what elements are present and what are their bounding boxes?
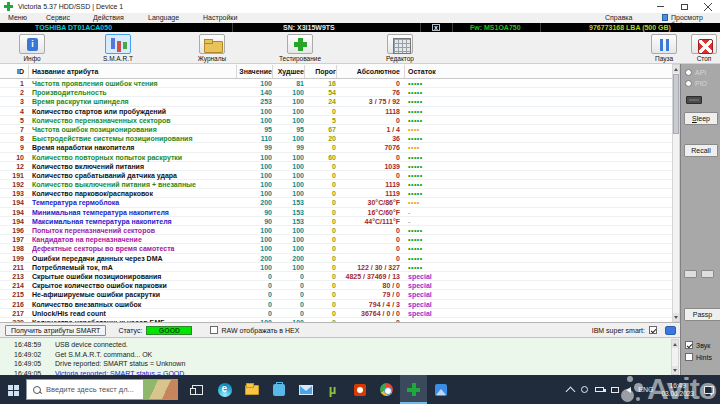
table-row[interactable]: 2 Производительность 140 100 54 76 ••••• (0, 88, 672, 97)
get-smart-button[interactable]: Получить атрибуты SMART (5, 325, 106, 336)
raw-hex-checkbox[interactable]: RAW отображать в HEX (210, 326, 299, 334)
taskbar-clock[interactable]: 16:49 03.06.2023 (661, 382, 694, 397)
taskbar-app-office[interactable] (346, 375, 373, 404)
language-indicator[interactable]: ENG (638, 386, 653, 393)
toolbar-button-smart[interactable]: S.M.A.R.T (90, 34, 146, 62)
scroll-up-icon[interactable] (672, 340, 678, 348)
taskbar-app-file-explorer[interactable] (238, 375, 265, 404)
toolbar-button-info[interactable]: Инфо (4, 34, 60, 62)
header-remainder[interactable]: Остаток (408, 67, 472, 76)
taskbar-app-utorrent[interactable] (319, 375, 346, 404)
scroll-down-icon[interactable] (672, 366, 678, 374)
scroll-down-icon[interactable] (673, 313, 679, 321)
table-row[interactable]: 191 Количество срабатываний датчика удар… (0, 171, 672, 180)
taskbar-app-store[interactable] (265, 375, 292, 404)
header-absolute[interactable]: Абсолютное (338, 67, 400, 76)
table-row[interactable]: 9 Время наработки накопителя 99 99 0 707… (0, 143, 672, 152)
table-row[interactable]: 198 Дефектные секторы во время самотеста… (0, 244, 672, 253)
minimize-button[interactable] (648, 0, 672, 13)
taskbar-search[interactable]: Введите здесь текст дл... (26, 379, 178, 400)
taskbar-app-victoria[interactable] (400, 375, 427, 404)
table-row[interactable]: 217 Unlock/His read count 0 0 0 36764 / … (0, 309, 672, 318)
table-row[interactable]: 8 Быстродействие системы позиционировани… (0, 134, 672, 143)
api-radio[interactable]: API (685, 69, 706, 76)
taskbar-app-photos[interactable] (427, 375, 454, 404)
menu-item-service[interactable]: Сервис (46, 14, 70, 21)
sound-checkbox[interactable]: Звук (685, 341, 710, 349)
cell-threshold: 0 (306, 180, 336, 189)
cell-name: Скрытое количество ошибок парковки (32, 281, 236, 290)
toolbar-button-journals[interactable]: Журналы (184, 34, 240, 62)
start-button[interactable] (0, 375, 26, 404)
sleep-button[interactable]: Sleep (684, 112, 718, 125)
table-row[interactable]: 194 Минимальная температура накопителя 9… (0, 208, 672, 217)
table-row[interactable]: 194 Температура гермоблока 200 153 0 30°… (0, 198, 672, 207)
maximize-button[interactable] (672, 0, 696, 13)
scrollbar-thumb[interactable] (673, 74, 679, 134)
cell-id: 191 (2, 171, 24, 180)
table-row[interactable]: 215 Не-афишируемые ошибки раскрутки 0 0 … (0, 290, 672, 299)
menu-item-menu[interactable]: Меню (8, 14, 27, 21)
log-scrollbar[interactable] (671, 339, 679, 375)
taskbar-app-mail[interactable] (292, 375, 319, 404)
table-row[interactable]: 216 Количество внезапных ошибок 0 0 0 79… (0, 300, 672, 309)
mini-button-1[interactable] (684, 270, 697, 278)
taskbar-app-task-view[interactable] (184, 375, 211, 404)
notification-center-icon[interactable] (704, 386, 714, 394)
pause-button[interactable]: Пауза (646, 34, 682, 62)
tray-chevron-icon[interactable] (566, 386, 576, 396)
table-row[interactable]: 192 Количество выключений питания + внез… (0, 180, 672, 189)
table-row[interactable]: 199 Ошибки передачи данных через DMA 200… (0, 254, 672, 263)
menu-item-settings[interactable]: Настройки (203, 14, 237, 21)
toolbar-button-editor[interactable]: Редактор (372, 34, 428, 62)
recall-button[interactable]: Recall (684, 144, 718, 157)
passport-button[interactable]: Passp (684, 308, 720, 321)
header-id[interactable]: ID (2, 67, 24, 76)
menu-item-actions[interactable]: Действия (93, 14, 124, 21)
cell-threshold: 54 (306, 88, 336, 97)
table-row[interactable]: 10 Количество повторных попыток раскрутк… (0, 153, 672, 162)
network-icon[interactable] (611, 387, 619, 393)
taskbar-app-edge[interactable] (211, 375, 238, 404)
table-row[interactable]: 197 Кандидатов на переназначение 100 100… (0, 235, 672, 244)
table-row[interactable]: 4 Количество стартов или пробуждений 100… (0, 107, 672, 116)
header-threshold[interactable]: Порог (306, 67, 336, 76)
table-row[interactable]: 3 Время раскрутки шпинделя 253 100 24 3 … (0, 97, 672, 106)
cell-absolute: 1039 (338, 162, 400, 171)
cell-absolute: 1118 (338, 107, 400, 116)
scroll-up-icon[interactable] (673, 65, 679, 73)
table-row[interactable]: 5 Количество переназначенных секторов 10… (0, 116, 672, 125)
ibm-smart-icon[interactable] (665, 326, 676, 335)
table-row[interactable]: 213 Скрытые ошибки позиционирования 0 0 … (0, 272, 672, 281)
header-value[interactable]: Значение (238, 67, 272, 76)
mini-button-2[interactable] (701, 270, 714, 278)
table-row[interactable]: 211 Потребляемый ток, mA 100 100 0 122 /… (0, 263, 672, 272)
cell-absolute: 44°C/111°F (338, 217, 400, 226)
table-row[interactable]: 193 Количество парковок/распарковок 100 … (0, 189, 672, 198)
menu-item-language[interactable]: Language (148, 14, 179, 21)
cell-threshold: 5 (306, 116, 336, 125)
stop-button[interactable]: Стоп (690, 34, 718, 62)
close-button[interactable] (696, 0, 720, 13)
cell-id: 196 (2, 226, 24, 235)
header-name[interactable]: Название атрибута (32, 67, 236, 76)
tray-app-icon[interactable] (581, 386, 588, 393)
table-row[interactable]: 12 Количество включений питания 100 100 … (0, 162, 672, 171)
taskbar-app-chrome[interactable] (373, 375, 400, 404)
table-row[interactable]: 7 Частота ошибок позиционирования 95 95 … (0, 125, 672, 134)
table-row[interactable]: 194 Максимальная температура накопителя … (0, 217, 672, 226)
pio-radio[interactable]: PIO (685, 80, 707, 87)
table-row[interactable]: 196 Попыток переназначений секторов 100 … (0, 226, 672, 235)
battery-icon[interactable] (595, 387, 604, 392)
cell-absolute: 0 (338, 79, 400, 88)
header-worst[interactable]: Худшее (274, 67, 304, 76)
table-row[interactable]: 214 Скрытое количество ошибок парковки 0… (0, 281, 672, 290)
table-scrollbar[interactable] (672, 64, 680, 322)
volume-icon[interactable] (626, 387, 631, 393)
ibm-smart-checkbox[interactable] (649, 326, 657, 334)
menu-item-help[interactable]: Справка (605, 14, 632, 21)
toolbar-button-test[interactable]: Тестирование (272, 34, 328, 62)
file-explorer-icon (245, 385, 259, 395)
table-row[interactable]: 1 Частота проявления ошибок чтения 100 8… (0, 79, 672, 88)
hints-checkbox[interactable]: Hints (685, 353, 712, 361)
